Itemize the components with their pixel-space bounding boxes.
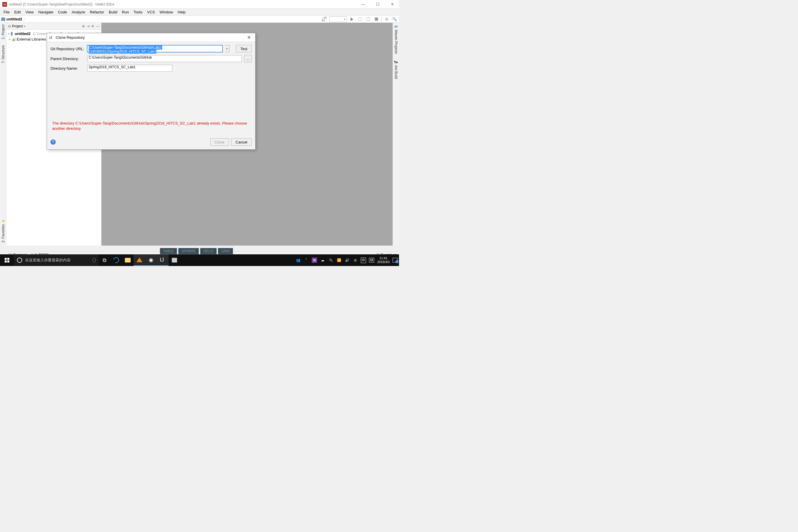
tab-structure[interactable]: 7: Structure <box>1 45 5 63</box>
tray-chevron-icon[interactable]: ˄ <box>304 258 309 262</box>
clone-button[interactable]: Clone <box>210 138 229 146</box>
tab-ant[interactable]: 🐜Ant Build <box>394 60 398 79</box>
matlab-overlay-pills: TABLE SPHERE HELIX GRID <box>160 248 233 254</box>
location-icon[interactable]: ◎ <box>353 258 358 262</box>
settings-gear-icon[interactable]: ✲ <box>91 24 94 28</box>
menu-edit[interactable]: Edit <box>12 10 23 15</box>
ime-icon-1[interactable]: 中 <box>361 258 366 263</box>
debug-button[interactable] <box>357 16 363 22</box>
repo-url-input[interactable]: C:\Users\Super-Tang\Documents\GitHub\Lab… <box>87 45 223 52</box>
breadcrumb-sep-icon: 〉 <box>23 17 27 22</box>
pill-grid[interactable]: GRID <box>218 248 233 254</box>
tab-project[interactable]: 1: Project <box>1 24 5 39</box>
error-message: The directory C:\Users\Super-Tang\Docume… <box>51 121 252 133</box>
pill-sphere[interactable]: SPHERE <box>178 248 199 254</box>
menu-view[interactable]: View <box>23 10 36 15</box>
test-button[interactable]: Test <box>236 45 252 53</box>
start-button[interactable] <box>0 254 14 266</box>
maximize-button[interactable]: ☐ <box>373 2 382 6</box>
expand-arrow-icon[interactable]: ▸ <box>8 32 10 35</box>
run-button[interactable] <box>348 16 355 22</box>
cortana-icon <box>17 258 22 263</box>
people-icon[interactable]: 👥 <box>296 258 301 262</box>
intellij-taskbar-icon[interactable]: IJ <box>157 254 169 266</box>
cancel-button[interactable]: Cancel <box>231 138 252 146</box>
folder-icon <box>1 18 5 21</box>
tab-favorites[interactable]: 2: Favorites <box>1 219 5 243</box>
right-tool-strip: mMaven Projects 🐜Ant Build <box>393 23 399 246</box>
pill-table[interactable]: TABLE <box>160 248 177 254</box>
minimize-button[interactable]: — <box>359 2 367 6</box>
expand-arrow-icon[interactable]: ▸ <box>8 38 11 41</box>
search-everywhere-icon[interactable]: 🔍 <box>392 16 398 22</box>
parent-dir-input[interactable]: C:\Users\Super-Tang\Documents\GitHub <box>87 55 242 62</box>
left-tool-strip: 1: Project 7: Structure 2: Favorites <box>0 23 6 246</box>
clone-repository-dialog: IJ Clone Repository ✕ Git Repository URL… <box>47 33 255 150</box>
scroll-to-icon[interactable]: ⇥ <box>87 24 90 28</box>
task-view-icon[interactable]: ⧉ <box>99 254 110 266</box>
onedrive-icon[interactable]: ☁ <box>320 258 325 262</box>
collapse-icon[interactable]: ⊕ <box>82 24 85 28</box>
menu-window[interactable]: Window <box>157 10 175 15</box>
menu-refactor[interactable]: Refactor <box>88 10 107 15</box>
menu-run[interactable]: Run <box>119 10 131 15</box>
toolbar: untitled2 〉 ↓1001 ▾ ⧉ 🔍 <box>0 16 399 23</box>
action-center-icon[interactable]: 3 <box>393 258 398 263</box>
power-icon[interactable]: 🔌 <box>328 258 334 262</box>
menu-tools[interactable]: Tools <box>131 10 145 15</box>
store-icon[interactable] <box>169 254 180 266</box>
menu-file[interactable]: File <box>1 10 12 15</box>
label-dirname: Directory Name: <box>51 66 85 71</box>
explorer-icon[interactable] <box>122 254 134 266</box>
window-title: untitled2 [C:\Users\Super-Tang\IdeaProje… <box>9 2 359 6</box>
stop-button[interactable] <box>373 16 379 22</box>
volume-icon[interactable]: 🔊 <box>344 258 350 262</box>
app-icon: IJ <box>2 2 7 7</box>
pill-helix[interactable]: HELIX <box>200 248 217 254</box>
clock[interactable]: 11:41 2018/3/3 <box>377 256 390 264</box>
label-url: Git Repository URL: <box>51 47 85 51</box>
windows-taskbar: 在这里输入你要搜索的内容 ⧉ ◉ IJ 👥 ˄ N ☁ 🔌 📶 🔊 ◎ 中 M … <box>0 254 399 266</box>
update-icon[interactable]: ↓1001 <box>321 16 327 22</box>
coverage-button[interactable] <box>365 16 371 22</box>
matlab-icon[interactable] <box>134 254 145 266</box>
menu-help[interactable]: Help <box>175 10 188 15</box>
hide-icon[interactable]: — <box>96 24 99 28</box>
menu-code[interactable]: Code <box>56 10 70 15</box>
dir-name-input[interactable]: Spring2018_HITCS_SC_Lab1 <box>87 65 172 72</box>
project-view-chevron-icon[interactable]: ▾ <box>24 25 25 28</box>
mic-icon[interactable] <box>93 258 96 263</box>
taskbar-search[interactable]: 在这里输入你要搜索的内容 <box>14 254 99 266</box>
app-icon-2[interactable]: ◉ <box>145 254 157 266</box>
close-button[interactable]: ✕ <box>388 2 397 6</box>
browse-button[interactable]: ... <box>244 55 252 62</box>
ime-icon-2[interactable]: M <box>369 258 374 263</box>
run-config-combo[interactable]: ▾ <box>329 16 347 22</box>
menu-navigate[interactable]: Navigate <box>36 10 55 15</box>
onenote-icon[interactable]: N <box>312 258 317 263</box>
breadcrumb-root[interactable]: untitled2 <box>6 17 22 21</box>
dialog-title: Clone Repository <box>56 35 85 40</box>
search-placeholder: 在这里输入你要搜索的内容 <box>25 258 71 263</box>
repo-url-dropdown-icon[interactable]: ▾ <box>225 45 230 52</box>
module-icon <box>11 32 13 36</box>
wifi-icon[interactable]: 📶 <box>336 258 342 262</box>
tab-maven[interactable]: mMaven Projects <box>394 24 398 54</box>
help-icon[interactable]: ? <box>51 139 56 145</box>
main-menu: File Edit View Navigate Code Analyze Ref… <box>0 9 399 16</box>
app-icon: IJ <box>49 35 54 40</box>
dialog-close-button[interactable]: ✕ <box>245 35 253 40</box>
libraries-icon <box>12 38 16 41</box>
system-tray: 👥 ˄ N ☁ 🔌 📶 🔊 ◎ 中 M 11:41 2018/3/3 3 <box>296 256 399 264</box>
tree-root-label: untitled2 <box>15 32 31 36</box>
external-libraries-label: External Libraries <box>17 37 46 41</box>
menu-analyze[interactable]: Analyze <box>70 10 88 15</box>
label-parent: Parent Directory: <box>51 57 85 61</box>
menu-vcs[interactable]: VCS <box>145 10 157 15</box>
edge-icon[interactable] <box>110 254 122 266</box>
project-structure-button[interactable]: ⧉ <box>383 16 390 22</box>
menu-build[interactable]: Build <box>107 10 119 15</box>
project-pane-title: Project <box>12 24 23 28</box>
window-titlebar: IJ untitled2 [C:\Users\Super-Tang\IdeaPr… <box>0 0 399 9</box>
